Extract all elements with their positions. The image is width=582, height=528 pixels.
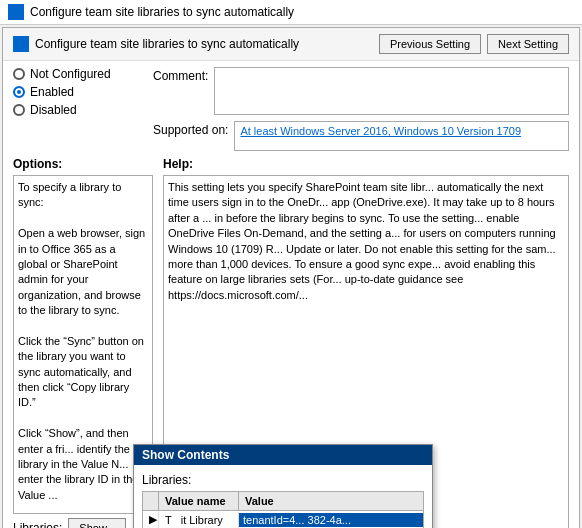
header-gear-icon — [13, 36, 29, 52]
td-name: T it Library — [159, 512, 239, 528]
table-header: Value name Value — [143, 492, 423, 511]
supported-link[interactable]: At least Windows Server 2016, Windows 10… — [240, 125, 521, 137]
prev-setting-button[interactable]: Previous Setting — [379, 34, 481, 54]
libraries-label: Libraries: — [13, 521, 62, 528]
table-row[interactable]: ▶ T it Library tenantId=4... 382-4a... — [143, 511, 423, 528]
show-contents-table: Value name Value ▶ T it Library tenantId… — [142, 491, 424, 528]
options-text: To specify a library to sync:Open a web … — [18, 180, 148, 503]
th-value: Value — [239, 492, 423, 510]
supported-label: Supported on: — [153, 121, 228, 137]
content-area: Not Configured Enabled Disabled Comment: — [3, 61, 579, 528]
radio-label-not-configured: Not Configured — [30, 67, 111, 81]
radio-group: Not Configured Enabled Disabled — [13, 67, 143, 145]
supported-box: At least Windows Server 2016, Windows 10… — [234, 121, 569, 151]
radio-circle-disabled — [13, 104, 25, 116]
radio-label-disabled: Disabled — [30, 103, 77, 117]
gear-icon — [8, 4, 24, 20]
comment-row: Comment: — [153, 67, 569, 115]
help-title: Help: — [163, 157, 569, 171]
comment-supported-col: Comment: Supported on: At least Windows … — [153, 67, 569, 151]
radio-not-configured[interactable]: Not Configured — [13, 67, 143, 81]
td-value: tenantId=4... 382-4a... — [239, 513, 423, 527]
comment-label: Comment: — [153, 67, 208, 83]
main-container: Configure team site libraries to sync au… — [2, 27, 580, 528]
options-title: Options: — [13, 157, 153, 171]
options-content: To specify a library to sync:Open a web … — [13, 175, 153, 514]
next-setting-button[interactable]: Next Setting — [487, 34, 569, 54]
title-bar-text: Configure team site libraries to sync au… — [30, 5, 294, 19]
th-value-name: Value name — [159, 492, 239, 510]
td-name-text: T it Library — [165, 514, 223, 526]
options-help-wrapper: Options: To specify a library to sync:Op… — [13, 157, 569, 528]
radio-label-enabled: Enabled — [30, 85, 74, 99]
header-row: Configure team site libraries to sync au… — [3, 28, 579, 61]
td-arrow: ▶ — [143, 511, 159, 528]
radio-circle-enabled — [13, 86, 25, 98]
title-bar: Configure team site libraries to sync au… — [0, 0, 582, 25]
show-contents-dialog: Show Contents Libraries: Value name Valu… — [133, 444, 433, 528]
options-section: Options: To specify a library to sync:Op… — [13, 157, 153, 528]
top-row: Not Configured Enabled Disabled Comment: — [13, 67, 569, 151]
header-title: Configure team site libraries to sync au… — [35, 37, 299, 51]
radio-disabled[interactable]: Disabled — [13, 103, 143, 117]
td-value-text: tenantId=4... 382-4a... — [243, 514, 351, 526]
radio-enabled[interactable]: Enabled — [13, 85, 143, 99]
help-text: This setting lets you specify SharePoint… — [168, 180, 564, 303]
supported-row: Supported on: At least Windows Server 20… — [153, 121, 569, 151]
header-left: Configure team site libraries to sync au… — [13, 36, 299, 52]
libraries-row: Libraries: Show... — [13, 518, 153, 528]
show-button[interactable]: Show... — [68, 518, 126, 528]
th-arrow — [143, 492, 159, 510]
show-contents-libraries-label: Libraries: — [142, 473, 424, 487]
radio-circle-not-configured — [13, 68, 25, 80]
header-buttons: Previous Setting Next Setting — [379, 34, 569, 54]
comment-input[interactable] — [214, 67, 569, 115]
show-contents-title: Show Contents — [134, 445, 432, 465]
